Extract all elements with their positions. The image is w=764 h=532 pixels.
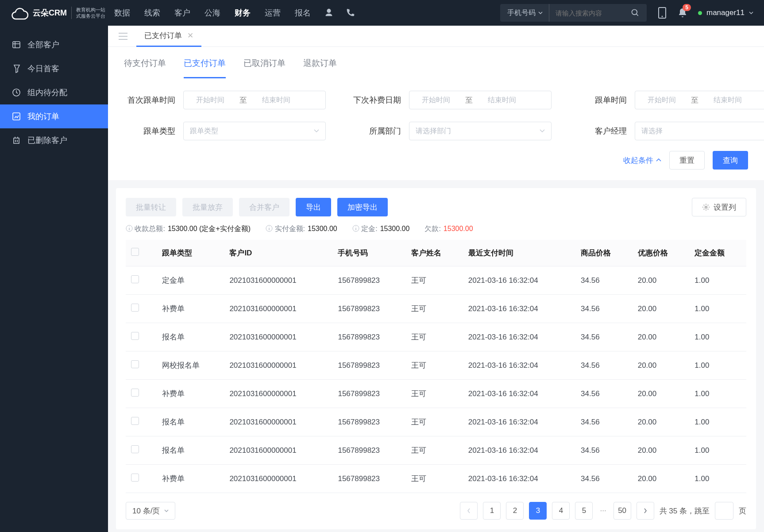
table-cell: 2021-03-16 16:32:04 [463, 408, 575, 436]
table-cell: 20.00 [633, 408, 690, 436]
row-checkbox[interactable] [131, 474, 139, 482]
table-row[interactable]: 报名单20210316000000011567899823王可2021-03-1… [126, 323, 746, 351]
sidebar-item[interactable]: 我的订单 [0, 104, 108, 128]
sidebar-item-label: 全部客户 [27, 39, 59, 50]
end-date-input[interactable] [701, 96, 754, 104]
search-input[interactable] [556, 9, 622, 17]
column-header: 商品价格 [575, 240, 633, 266]
batch-transfer-button[interactable]: 批量转让 [126, 198, 176, 216]
start-date-input[interactable] [184, 96, 237, 104]
table-cell: 2021031600000001 [224, 436, 332, 465]
table-row[interactable]: 补费单20210316000000011567899823王可2021-03-1… [126, 465, 746, 493]
table-cell: 2021-03-16 16:32:04 [463, 436, 575, 465]
subtab[interactable]: 退款订单 [303, 58, 337, 78]
table-cell: 20.00 [633, 295, 690, 323]
row-checkbox[interactable] [131, 389, 139, 397]
table-cell: 20.00 [633, 436, 690, 465]
nav-item[interactable]: 公海 [205, 8, 220, 18]
start-date-input[interactable] [635, 96, 688, 104]
end-date-input[interactable] [475, 96, 529, 104]
filter-label: 所属部门 [350, 126, 401, 136]
follow-time-date-range[interactable]: 至 [635, 91, 764, 109]
follow-type-select[interactable]: 跟单类型 [183, 122, 326, 140]
manager-select[interactable]: 请选择 [635, 122, 764, 140]
table-row[interactable]: 报名单20210316000000011567899823王可2021-03-1… [126, 436, 746, 465]
sidebar-item-label: 我的订单 [27, 111, 59, 122]
nav-item[interactable]: 线索 [144, 8, 160, 18]
sidebar-item[interactable]: 已删除客户 [0, 128, 108, 152]
page-number-button[interactable]: 1 [483, 502, 501, 520]
first-follow-date-range[interactable]: 至 [183, 91, 326, 109]
subtab[interactable]: 待支付订单 [124, 58, 166, 78]
subtab[interactable]: 已取消订单 [243, 58, 286, 78]
row-checkbox[interactable] [131, 304, 139, 312]
table-row[interactable]: 补费单20210316000000011567899823王可2021-03-1… [126, 295, 746, 323]
table-cell: 1567899823 [332, 351, 406, 380]
page-number-button[interactable]: 50 [614, 502, 631, 520]
select-all-checkbox[interactable] [131, 248, 139, 256]
row-checkbox[interactable] [131, 417, 139, 425]
dept-select[interactable]: 请选择部门 [409, 122, 552, 140]
table-cell: 34.56 [575, 408, 633, 436]
person-icon[interactable] [324, 8, 334, 18]
filter-label: 首次跟单时间 [124, 95, 175, 105]
nav-item[interactable]: 数据 [114, 8, 130, 18]
table-row[interactable]: 网校报名单20210316000000011567899823王可2021-03… [126, 351, 746, 380]
user-menu[interactable]: manager11 [698, 8, 753, 17]
nav-item[interactable]: 客户 [174, 8, 190, 18]
nav-item[interactable]: 报名 [295, 8, 311, 18]
table-row[interactable]: 报名单20210316000000011567899823王可2021-03-1… [126, 408, 746, 436]
close-icon[interactable]: ✕ [187, 31, 193, 40]
table-cell: 1567899823 [332, 295, 406, 323]
page-size-select[interactable]: 10 条/页 [126, 502, 175, 520]
merge-customer-button[interactable]: 合并客户 [239, 198, 289, 216]
search-type-select[interactable]: 手机号码 [507, 4, 549, 22]
nav-item[interactable]: 财务 [235, 8, 251, 18]
page-tab-paid-orders[interactable]: 已支付订单 ✕ [136, 26, 201, 47]
row-checkbox[interactable] [131, 445, 139, 453]
page-number-button[interactable]: 3 [529, 502, 547, 520]
sidebar-item-icon [12, 112, 21, 121]
sidebar-toggle-icon[interactable] [119, 33, 127, 40]
table-cell: 1.00 [689, 408, 746, 436]
next-due-date-range[interactable]: 至 [409, 91, 552, 109]
sidebar-item[interactable]: 今日首客 [0, 57, 108, 81]
page-number-button[interactable]: 5 [575, 502, 593, 520]
search-icon[interactable] [631, 8, 640, 17]
collapse-filters-link[interactable]: 收起条件 [623, 155, 661, 166]
page-number-button[interactable]: 2 [506, 502, 524, 520]
table-row[interactable]: 补费单20210316000000011567899823王可2021-03-1… [126, 380, 746, 408]
encrypted-export-button[interactable]: 加密导出 [337, 198, 388, 216]
jump-page-input[interactable] [715, 502, 733, 520]
page-number-button[interactable]: 4 [552, 502, 570, 520]
table-cell: 2021-03-16 16:32:04 [463, 380, 575, 408]
prev-page-button[interactable] [460, 502, 478, 520]
start-date-input[interactable] [409, 96, 463, 104]
mobile-icon[interactable] [657, 7, 667, 19]
table-row[interactable]: 定金单20210316000000011567899823王可2021-03-1… [126, 266, 746, 295]
end-date-input[interactable] [250, 96, 303, 104]
table-cell: 王可 [406, 351, 463, 380]
logo[interactable]: 云朵CRM 教育机构一站 式服务云平台 [11, 6, 105, 20]
row-checkbox[interactable] [131, 275, 139, 283]
sidebar-item[interactable]: 全部客户 [0, 33, 108, 57]
query-button[interactable]: 查询 [713, 151, 748, 170]
export-button[interactable]: 导出 [296, 198, 331, 216]
phone-icon[interactable] [345, 8, 355, 18]
table-cell: 34.56 [575, 465, 633, 493]
subtab[interactable]: 已支付订单 [184, 58, 226, 78]
row-checkbox[interactable] [131, 332, 139, 340]
next-page-button[interactable] [637, 502, 654, 520]
notifications[interactable]: 5 [678, 8, 687, 18]
row-checkbox[interactable] [131, 360, 139, 368]
calendar-icon [542, 96, 551, 104]
table-toolbar: 批量转让 批量放弃 合并客户 导出 加密导出 设置列 [126, 198, 746, 216]
nav-item[interactable]: 运营 [265, 8, 281, 18]
column-settings-button[interactable]: 设置列 [692, 198, 746, 216]
pagination: 10 条/页 12345 ··· 50 共 35 条，跳至 页 [126, 502, 746, 520]
table-cell: 2021-03-16 16:32:04 [463, 266, 575, 295]
table-cell: 报名单 [157, 408, 224, 436]
batch-abandon-button[interactable]: 批量放弃 [182, 198, 233, 216]
reset-button[interactable]: 重置 [669, 151, 705, 170]
sidebar-item[interactable]: 组内待分配 [0, 81, 108, 104]
